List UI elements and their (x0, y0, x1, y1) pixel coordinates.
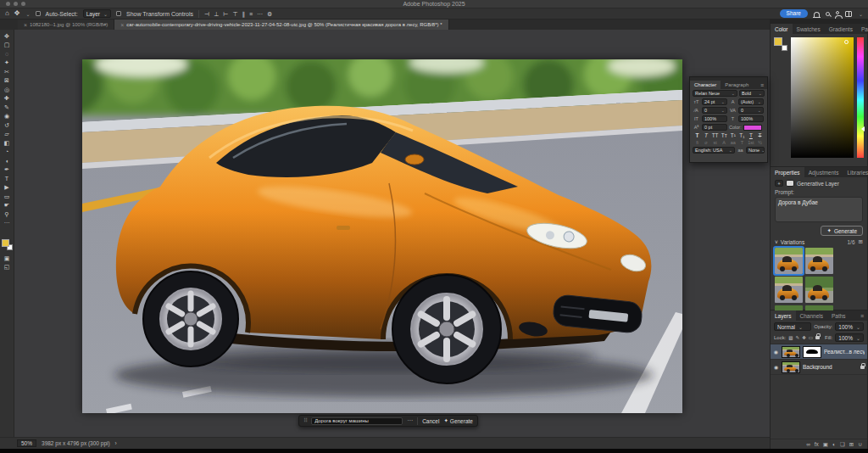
zoom-level-field[interactable]: 50% (17, 439, 36, 447)
align-left-icon[interactable]: ⊣ (204, 11, 209, 17)
auto-select-checkbox[interactable] (36, 11, 41, 16)
variation-thumbnail-4[interactable] (805, 277, 833, 303)
move-tool-icon[interactable]: ✥ (14, 10, 20, 17)
lock-all-icon[interactable] (815, 336, 820, 339)
type-style-button-6[interactable]: T₁ (738, 132, 746, 138)
layers-layer-effects-icon[interactable]: fx (815, 441, 819, 447)
properties-tab-properties[interactable]: Properties (771, 167, 804, 177)
taskbar-more-icon[interactable]: ⋯ (407, 417, 413, 424)
prompt-textarea[interactable]: Дорога в Дубае (775, 197, 863, 222)
color-tab-color[interactable]: Color (771, 24, 793, 34)
visibility-eye-icon[interactable]: ◉ (773, 349, 779, 355)
type-style-button-8[interactable]: T (756, 132, 764, 138)
layers-new-group-icon[interactable]: ❏ (840, 441, 845, 448)
align-top-icon[interactable]: ⊤ (232, 11, 237, 17)
pen-tool[interactable]: ✒ (1, 165, 14, 175)
account-icon[interactable] (836, 11, 839, 14)
layers-new-layer-icon[interactable]: ⊞ (849, 441, 854, 448)
generate-button[interactable]: ✦ Generate (443, 417, 473, 424)
path-selection-tool[interactable]: ▶ (1, 183, 14, 193)
layer-thumbnail[interactable] (782, 346, 800, 358)
font-style-select[interactable]: Bold (739, 90, 765, 97)
generate-button[interactable]: ✦ Generate (821, 226, 863, 236)
foreground-color-swatch[interactable] (2, 239, 9, 247)
leading-field[interactable]: (Auto) (738, 98, 764, 105)
opentype-button-6[interactable]: T (738, 140, 746, 145)
layers-tab-channels[interactable]: Channels (796, 310, 827, 321)
lock-transparency-icon[interactable]: ▨ (788, 335, 793, 340)
character-tab-paragraph[interactable]: Paragraph (721, 81, 753, 89)
show-transform-checkbox[interactable] (116, 11, 121, 16)
close-icon[interactable]: × (120, 22, 124, 28)
search-icon[interactable] (826, 12, 830, 16)
character-menu-icon[interactable]: ≡ (760, 81, 767, 89)
layers-link-layers-icon[interactable]: ∞ (806, 441, 810, 447)
cancel-button[interactable]: Cancel (422, 418, 439, 424)
layers-add-mask-icon[interactable]: ▣ (823, 441, 828, 448)
taskbar-drag-handle[interactable]: ⠿ (303, 417, 307, 424)
document-tab-1[interactable]: × 1082180--1.jpg @ 100% (RGB/8#) (18, 20, 114, 30)
layers-tab-paths[interactable]: Paths (827, 310, 850, 321)
properties-tab-libraries[interactable]: Libraries (843, 167, 868, 177)
opentype-button-4[interactable]: A (721, 140, 728, 145)
layer-row-1[interactable]: ◉Реалист...в лесу (771, 344, 867, 360)
visibility-eye-icon[interactable]: ◉ (773, 364, 779, 370)
opentype-button-2[interactable]: σ (703, 140, 710, 145)
status-chevron-icon[interactable]: › (115, 440, 117, 446)
share-button[interactable]: Share (780, 9, 808, 18)
layer-mask-thumbnail[interactable] (803, 346, 821, 358)
auto-select-dropdown[interactable]: Layer (83, 9, 111, 18)
anti-alias-select[interactable]: None (746, 147, 765, 154)
quick-mask-button[interactable]: ▣ (1, 254, 14, 263)
layers-menu-icon[interactable]: ≡ (860, 310, 867, 321)
lock-position-icon[interactable]: ✥ (802, 335, 806, 340)
generative-prompt-input[interactable] (311, 417, 403, 425)
color-cursor[interactable] (844, 40, 849, 44)
blend-mode-dropdown[interactable]: Normal (774, 322, 811, 331)
color-tab-swatches[interactable]: Swatches (793, 24, 825, 34)
color-swatch-widget[interactable] (774, 37, 787, 51)
zoom-tool[interactable]: ⚲ (1, 210, 14, 219)
properties-tab-adjustments[interactable]: Adjustments (804, 167, 843, 177)
clone-stamp-tool[interactable]: ◉ (1, 112, 14, 121)
layer-row-2[interactable]: ◉Background (771, 360, 867, 375)
opentype-button-3[interactable]: st (711, 140, 719, 145)
language-select[interactable]: English: USA (693, 147, 735, 154)
opentype-button-1[interactable]: fi (693, 140, 701, 145)
document-tab-2[interactable]: × car-automobile-contemporary-drive-driv… (114, 20, 448, 30)
notifications-bell-icon[interactable] (814, 12, 820, 17)
variation-thumbnail-2[interactable] (805, 248, 833, 274)
object-selection-tool[interactable]: ✦ (1, 59, 14, 68)
variation-thumbnail-1[interactable] (775, 248, 803, 274)
color-tab-patterns[interactable]: Patterns (857, 24, 868, 34)
document-canvas[interactable] (82, 59, 682, 413)
type-style-button-5[interactable]: T¹ (729, 132, 737, 138)
color-tab-gradients[interactable]: Gradients (825, 24, 857, 34)
lasso-tool[interactable]: ◌ (1, 49, 14, 59)
type-style-button-2[interactable]: T (703, 132, 710, 138)
tracking-field[interactable]: 0 (738, 107, 764, 114)
move-tool[interactable]: ✥ (1, 31, 14, 41)
character-tab-character[interactable]: Character (690, 81, 721, 89)
align-center-h-icon[interactable]: ⊥ (214, 11, 219, 17)
close-icon[interactable]: × (24, 22, 27, 28)
gradient-tool[interactable]: ◧ (1, 138, 14, 148)
variations-caret-icon[interactable]: ˅ (775, 239, 778, 245)
grid-view-icon[interactable]: ⊞ (859, 238, 863, 245)
layer-thumbnail[interactable] (782, 361, 800, 373)
screen-mode-button[interactable]: ◱ (1, 263, 14, 272)
opentype-button-8[interactable]: ½ (756, 140, 764, 145)
more-options-icon[interactable]: ⋯ (257, 11, 263, 17)
eraser-tool[interactable]: ▱ (1, 130, 14, 139)
edit-toolbar[interactable]: ⋯ (1, 219, 14, 228)
lock-artboard-icon[interactable]: ▭ (809, 335, 813, 340)
eyedropper-tool[interactable]: ◎ (1, 85, 14, 94)
distribute-h-icon[interactable]: ∥ (242, 11, 245, 17)
background-color-swatch[interactable] (782, 45, 787, 51)
opentype-button-7[interactable]: 1st (747, 140, 754, 145)
workspace-switcher-icon[interactable] (845, 11, 852, 17)
type-tool[interactable]: T (1, 174, 14, 183)
layers-tab-layers[interactable]: Layers (771, 310, 796, 321)
hand-tool[interactable]: ☛ (1, 201, 14, 210)
dodge-tool[interactable]: ◖ (1, 156, 14, 165)
